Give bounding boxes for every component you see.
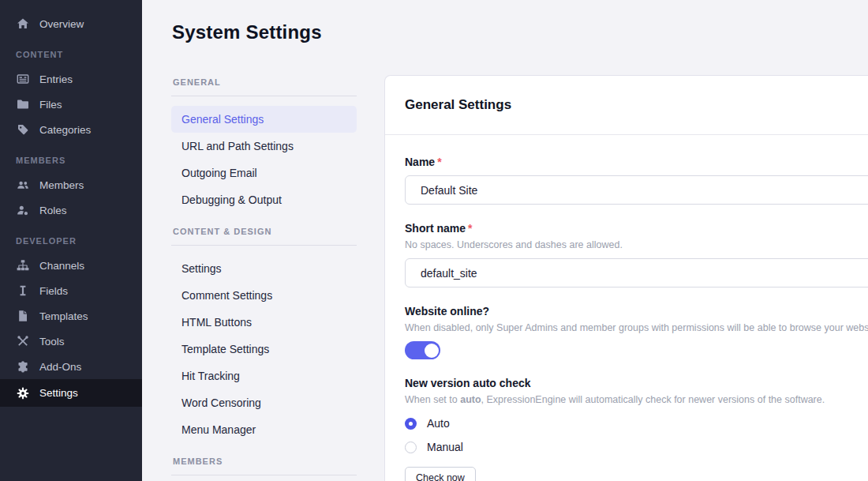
required-asterisk: *: [437, 156, 441, 168]
short-name-input[interactable]: [405, 258, 868, 287]
sidebar-item-label: Add-Ons: [39, 361, 81, 373]
subnav-item-debugging-output[interactable]: Debugging & Output: [171, 186, 357, 213]
sidebar-item-label: Tools: [39, 336, 65, 348]
sidebar-item-settings[interactable]: Settings: [0, 379, 142, 407]
sidebar-item-templates[interactable]: Templates: [0, 303, 142, 329]
sidebar-section-content: CONTENT: [0, 36, 142, 66]
sidebar-item-label: Files: [39, 99, 62, 111]
subnav-header-general: GENERAL: [171, 77, 357, 96]
sidebar-item-members[interactable]: Members: [0, 172, 142, 197]
sidebar-item-label: Entries: [39, 73, 73, 85]
sidebar-item-label: Channels: [39, 260, 84, 272]
file-icon: [16, 310, 29, 323]
tag-icon: [16, 123, 29, 137]
subnav-item-menu-manager[interactable]: Menu Manager: [171, 416, 357, 443]
radio-option-manual[interactable]: Manual: [405, 441, 868, 453]
primary-sidebar: Overview CONTENT Entries Files Categorie…: [0, 0, 142, 481]
required-asterisk: *: [468, 222, 472, 235]
field-version-check-label: New version auto check: [405, 377, 868, 389]
sidebar-item-roles[interactable]: Roles: [0, 197, 142, 223]
sidebar-item-label: Members: [39, 179, 84, 191]
subnav-group-members: MEMBERS: [171, 456, 357, 475]
radio-auto-label: Auto: [427, 417, 450, 430]
field-website-online: Website online? When disabled, only Supe…: [405, 305, 868, 359]
subnav-group-general: GENERAL General Settings URL and Path Se…: [171, 77, 357, 213]
settings-subnav: GENERAL General Settings URL and Path Se…: [142, 75, 384, 481]
sidebar-item-entries[interactable]: Entries: [0, 66, 142, 92]
subnav-item-word-censoring[interactable]: Word Censoring: [171, 389, 357, 416]
field-website-online-helper: When disabled, only Super Admins and mem…: [405, 322, 868, 334]
subnav-item-html-buttons[interactable]: HTML Buttons: [171, 309, 357, 336]
field-version-check: New version auto check When set to auto,…: [405, 377, 868, 481]
app-window: Overview CONTENT Entries Files Categorie…: [0, 0, 868, 481]
field-short-name-label: Short name*: [405, 222, 868, 235]
website-online-toggle[interactable]: [405, 341, 440, 359]
toggle-knob: [425, 344, 439, 358]
subnav-item-settings[interactable]: Settings: [171, 255, 357, 282]
puzzle-icon: [16, 360, 29, 374]
check-now-button[interactable]: Check now: [405, 467, 476, 481]
i-cursor-icon: [16, 284, 29, 298]
sidebar-item-label: Settings: [39, 387, 78, 399]
field-name-label: Name*: [405, 156, 868, 168]
content-area: System Settings GENERAL General Settings…: [142, 0, 868, 481]
page-title: System Settings: [142, 0, 868, 44]
subnav-group-content-design: CONTENT & DESIGN Settings Comment Settin…: [171, 226, 357, 443]
sidebar-item-label: Roles: [39, 205, 67, 216]
radio-auto[interactable]: [405, 418, 417, 430]
sidebar-section-developer: DEVELOPER: [0, 223, 142, 253]
sidebar-item-label: Categories: [39, 124, 91, 136]
subnav-header-members: MEMBERS: [171, 456, 357, 475]
field-name: Name*: [405, 156, 868, 205]
subnav-item-comment-settings[interactable]: Comment Settings: [171, 282, 357, 309]
sidebar-item-fields[interactable]: Fields: [0, 278, 142, 303]
subnav-item-outgoing-email[interactable]: Outgoing Email: [171, 160, 357, 186]
sidebar-item-categories[interactable]: Categories: [0, 117, 142, 142]
subnav-header-content-design: CONTENT & DESIGN: [171, 226, 357, 246]
field-website-online-label: Website online?: [405, 305, 868, 318]
general-settings-card: General Settings Name* Short name* No sp…: [384, 75, 868, 481]
home-icon: [16, 17, 29, 31]
sidebar-item-channels[interactable]: Channels: [0, 253, 142, 278]
subnav-item-hit-tracking[interactable]: Hit Tracking: [171, 363, 357, 389]
radio-manual-label: Manual: [427, 441, 463, 453]
users-icon: [16, 178, 29, 192]
folder-icon: [16, 98, 29, 111]
field-version-check-helper: When set to auto, ExpressionEngine will …: [405, 394, 868, 406]
subnav-item-url-path-settings[interactable]: URL and Path Settings: [171, 133, 357, 160]
subnav-item-general-settings[interactable]: General Settings: [171, 106, 357, 133]
name-input[interactable]: [405, 175, 868, 205]
subnav-item-template-settings[interactable]: Template Settings: [171, 336, 357, 363]
sidebar-section-members: MEMBERS: [0, 142, 142, 172]
sidebar-item-overview[interactable]: Overview: [0, 11, 142, 36]
newspaper-icon: [16, 73, 29, 86]
sidebar-item-files[interactable]: Files: [0, 92, 142, 117]
card-heading: General Settings: [385, 76, 868, 135]
field-short-name-helper: No spaces. Underscores and dashes are al…: [405, 239, 868, 251]
field-short-name: Short name* No spaces. Underscores and d…: [405, 222, 868, 287]
sidebar-item-tools[interactable]: Tools: [0, 329, 142, 354]
radio-manual[interactable]: [405, 442, 417, 453]
tools-icon: [16, 335, 29, 348]
sidebar-item-label: Overview: [39, 18, 84, 30]
sidebar-item-add-ons[interactable]: Add-Ons: [0, 354, 142, 379]
radio-option-auto[interactable]: Auto: [405, 417, 868, 430]
sidebar-item-label: Fields: [39, 285, 68, 297]
gear-icon: [16, 386, 29, 400]
sitemap-icon: [16, 259, 29, 272]
sidebar-item-label: Templates: [39, 310, 88, 322]
user-role-icon: [16, 204, 29, 217]
